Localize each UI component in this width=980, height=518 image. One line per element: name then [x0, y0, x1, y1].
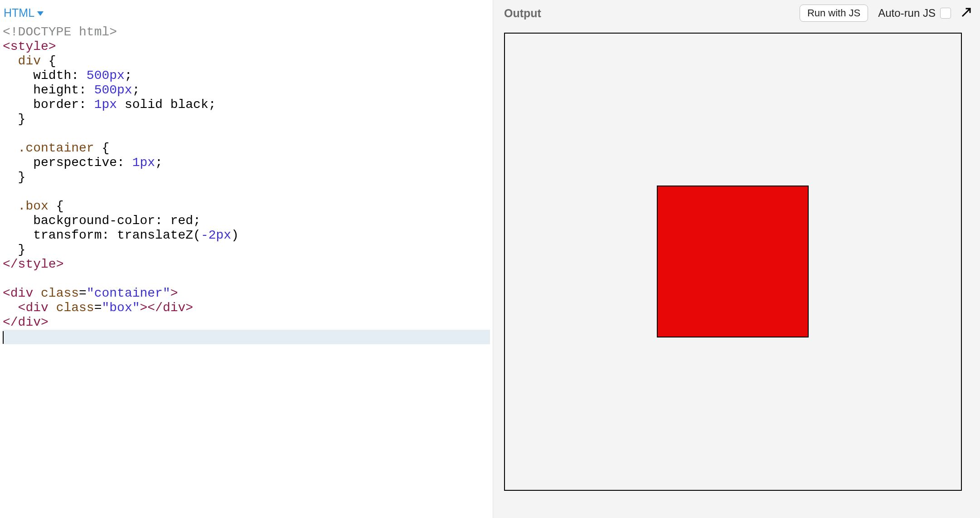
code-line[interactable]: perspective: 1px; [3, 156, 490, 170]
code-editor[interactable]: <!DOCTYPE html><style> div { width: 500p… [0, 24, 493, 518]
autorun-toggle[interactable]: Auto-run JS [878, 7, 951, 20]
code-line[interactable]: </style> [3, 257, 490, 272]
run-button[interactable]: Run with JS [800, 5, 868, 22]
preview-box [657, 186, 809, 337]
language-label: HTML [4, 6, 34, 20]
output-header: Output Run with JS Auto-run JS [493, 0, 980, 26]
language-dropdown-wrap: HTML [0, 0, 493, 24]
chevron-down-icon [37, 11, 44, 16]
output-pane: Output Run with JS Auto-run JS [493, 0, 980, 518]
popout-icon[interactable] [961, 7, 972, 20]
output-title: Output [504, 7, 800, 20]
code-line[interactable]: transform: translateZ(-2px) [3, 228, 490, 243]
language-dropdown[interactable]: HTML [4, 6, 44, 20]
code-line[interactable]: } [3, 170, 490, 185]
code-line[interactable] [3, 127, 490, 141]
code-line[interactable]: .container { [3, 141, 490, 156]
cursor-line[interactable] [3, 330, 490, 344]
code-line[interactable]: width: 500px; [3, 68, 490, 83]
code-line[interactable]: } [3, 243, 490, 257]
code-line[interactable]: </div> [3, 315, 490, 330]
code-line[interactable]: div { [3, 54, 490, 68]
output-body [493, 26, 980, 518]
code-line[interactable]: .box { [3, 199, 490, 214]
autorun-label: Auto-run JS [878, 7, 936, 20]
code-line[interactable]: } [3, 112, 490, 127]
code-line[interactable]: <div class="box"></div> [3, 301, 490, 315]
code-line[interactable] [3, 185, 490, 199]
code-line[interactable] [3, 272, 490, 286]
code-line[interactable]: <!DOCTYPE html> [3, 25, 490, 39]
cursor-caret [3, 331, 4, 344]
autorun-checkbox[interactable] [940, 8, 951, 19]
code-line[interactable]: border: 1px solid black; [3, 98, 490, 112]
code-line[interactable]: background-color: red; [3, 214, 490, 228]
code-line[interactable]: <style> [3, 39, 490, 54]
code-line[interactable]: <div class="container"> [3, 286, 490, 301]
editor-pane: HTML <!DOCTYPE html><style> div { width:… [0, 0, 493, 518]
preview-container [504, 33, 962, 491]
code-line[interactable]: height: 500px; [3, 83, 490, 98]
